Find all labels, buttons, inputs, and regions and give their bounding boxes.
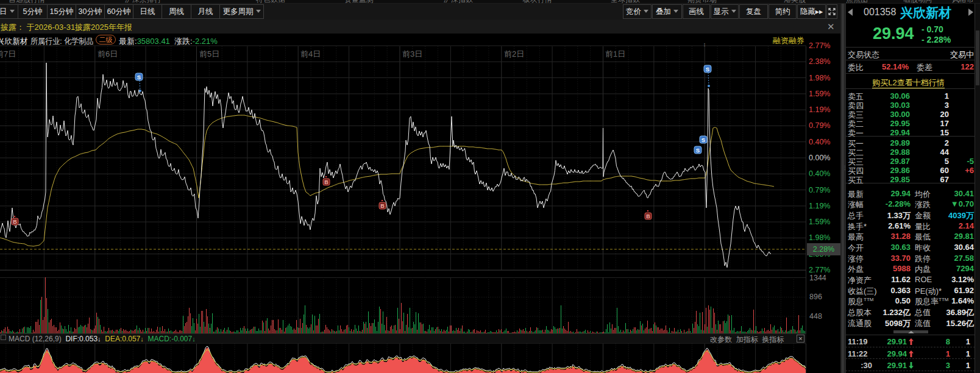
svg-text:↕: ↕ (703, 41, 706, 48)
svg-text:S: S (137, 74, 141, 80)
svg-text:S: S (706, 66, 709, 73)
svg-text:B: B (13, 219, 17, 225)
svg-text:S: S (696, 147, 700, 154)
svg-text:S: S (701, 137, 705, 143)
svg-text:B: B (646, 213, 650, 219)
svg-text:B: B (380, 203, 385, 209)
svg-text:B: B (324, 179, 328, 185)
